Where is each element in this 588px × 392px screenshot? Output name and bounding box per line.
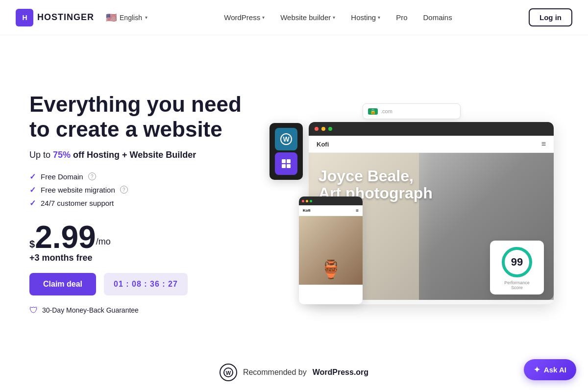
mob-image: 🏺 <box>299 216 363 285</box>
wordpress-icon: W <box>275 128 297 150</box>
navbar: H HOSTINGER 🇺🇸 English ▾ WordPress ▾ Web… <box>0 0 588 35</box>
help-icon[interactable]: ? <box>88 172 96 180</box>
performance-score: 99 <box>511 256 523 269</box>
chevron-down-icon: ▾ <box>378 15 380 20</box>
nav-label-website-builder: Website builder <box>280 13 331 22</box>
flag-icon: 🇺🇸 <box>106 12 117 23</box>
mob-brand-name: Kofi <box>303 208 311 213</box>
language-label: English <box>120 14 142 22</box>
performance-label: PerformanceScore <box>504 280 530 290</box>
svg-rect-3 <box>287 159 291 163</box>
help-icon[interactable]: ? <box>120 186 128 194</box>
price-dollar: $ <box>29 235 35 253</box>
hero-illustration: 🔒 .com W <box>265 101 559 307</box>
ssl-icon: 🔒 <box>368 108 378 115</box>
guarantee-row: 🛡 30-Day Money-Back Guarantee <box>29 305 265 316</box>
logo[interactable]: H HOSTINGER <box>16 9 94 26</box>
subtitle-highlight: 75% <box>53 150 71 160</box>
performance-widget: 99 PerformanceScore <box>490 241 544 294</box>
subtitle-prefix: Up to <box>29 150 53 160</box>
nav-label-pro: Pro <box>396 13 407 22</box>
claim-deal-button[interactable]: Claim deal <box>29 273 96 295</box>
nav-label-domains: Domains <box>423 13 452 22</box>
price-period: /mo <box>96 231 111 252</box>
shield-icon: 🛡 <box>29 305 38 316</box>
chevron-down-icon: ▾ <box>333 15 335 20</box>
site-title-text: Joyce Beale, <box>318 168 433 185</box>
list-item: ✓ 24/7 customer support <box>29 198 265 208</box>
mob-dot-y <box>306 200 308 202</box>
cta-row: Claim deal 01 : 08 : 36 : 27 <box>29 273 265 295</box>
guarantee-label: 30-Day Money-Back Guarantee <box>42 306 139 314</box>
site-brand-name: Kofi <box>317 141 329 148</box>
nav-label-wordpress: WordPress <box>224 13 260 22</box>
dot-green <box>328 127 332 131</box>
nav-item-wordpress[interactable]: WordPress ▾ <box>224 13 265 22</box>
list-item: ✓ Free Domain ? <box>29 172 265 181</box>
mob-dot-g <box>310 200 312 202</box>
mobile-mockup: Kofi ≡ 🏺 <box>299 196 363 304</box>
feature-label: Free Domain <box>41 172 83 181</box>
check-icon: ✓ <box>29 172 36 181</box>
recommend-text: Recommended by <box>243 368 307 377</box>
nav-label-hosting: Hosting <box>351 13 376 22</box>
site-topbar <box>309 122 554 136</box>
check-icon: ✓ <box>29 198 36 208</box>
ask-ai-label: Ask AI <box>544 366 566 374</box>
svg-rect-2 <box>282 159 286 163</box>
check-icon: ✓ <box>29 185 36 195</box>
price-amount: 2.99 <box>35 221 96 253</box>
nav-right: Log in <box>529 8 572 26</box>
nav-item-website-builder[interactable]: Website builder ▾ <box>280 13 335 22</box>
wp-panel: W <box>270 123 303 180</box>
dot-yellow <box>321 127 325 131</box>
url-text: .com <box>381 108 392 114</box>
feature-label: 24/7 customer support <box>41 199 114 207</box>
price-section: $ 2.99 /mo +3 months free <box>29 221 265 263</box>
mob-dot-r <box>302 200 304 202</box>
nav-item-domains[interactable]: Domains <box>423 13 452 22</box>
squarespace-icon <box>275 152 297 175</box>
svg-text:W: W <box>226 370 231 376</box>
performance-ring: 99 <box>500 245 534 279</box>
svg-text:W: W <box>283 135 290 143</box>
price-free-months: +3 months free <box>29 253 265 263</box>
language-selector[interactable]: 🇺🇸 English ▾ <box>106 12 147 23</box>
price-line: $ 2.99 /mo <box>29 221 265 253</box>
nav-item-hosting[interactable]: Hosting ▾ <box>351 13 380 22</box>
chevron-down-icon: ▾ <box>262 15 265 20</box>
wordpress-logo: W <box>220 364 237 381</box>
mob-topbar <box>299 196 363 205</box>
recommend-bold: WordPress.org <box>313 368 368 377</box>
site-header: Kofi ≡ <box>309 136 554 153</box>
features-list: ✓ Free Domain ? ✓ Free website migration… <box>29 172 265 208</box>
vase-icon: 🏺 <box>320 259 342 280</box>
bottom-bar: W Recommended by WordPress.org <box>0 353 588 392</box>
mob-hamburger-icon: ≡ <box>356 208 359 213</box>
ai-star-icon: ✦ <box>534 365 540 374</box>
svg-rect-5 <box>287 164 291 168</box>
list-item: ✓ Free website migration ? <box>29 185 265 195</box>
mob-header: Kofi ≡ <box>299 205 363 216</box>
hero-title: Everything you need to create a website <box>29 92 265 142</box>
hero-content: Everything you need to create a website … <box>29 92 265 315</box>
subtitle-suffix: off Hosting + Website Builder <box>71 150 196 160</box>
hero-section: Everything you need to create a website … <box>0 35 588 353</box>
dot-red <box>315 127 318 131</box>
nav-item-pro[interactable]: Pro <box>396 13 407 22</box>
hamburger-icon: ≡ <box>541 140 546 148</box>
url-bar: 🔒 .com <box>363 103 461 119</box>
countdown-timer: 01 : 08 : 36 : 27 <box>104 273 188 295</box>
ask-ai-button[interactable]: ✦ Ask AI <box>524 359 576 380</box>
nav-menu: WordPress ▾ Website builder ▾ Hosting ▾ … <box>147 13 529 22</box>
illustration-container: 🔒 .com W <box>270 103 554 304</box>
login-button[interactable]: Log in <box>529 8 572 26</box>
hero-subtitle: Up to 75% off Hosting + Website Builder <box>29 150 265 160</box>
feature-label: Free website migration <box>41 186 115 194</box>
logo-icon: H <box>16 9 33 26</box>
svg-rect-4 <box>282 164 286 168</box>
logo-text: HOSTINGER <box>37 12 94 23</box>
